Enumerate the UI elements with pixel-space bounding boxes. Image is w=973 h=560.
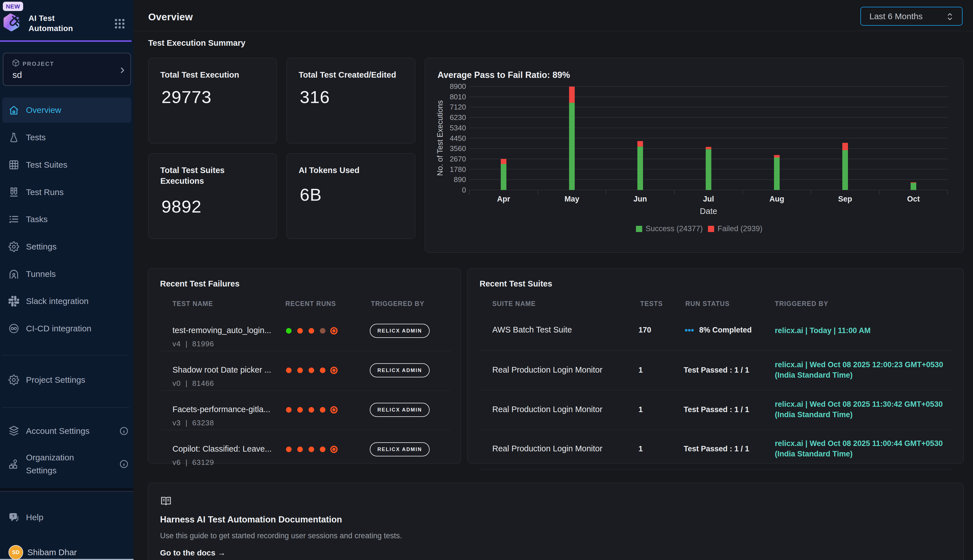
- svg-text:5340: 5340: [450, 123, 466, 132]
- svg-text:Average Pass to Fail Ratio: 89: Average Pass to Fail Ratio: 89%: [438, 70, 570, 80]
- svg-text:7120: 7120: [450, 103, 466, 111]
- svg-text:Sep: Sep: [838, 195, 852, 203]
- svg-text:Apr: Apr: [497, 195, 510, 203]
- svg-text:0: 0: [462, 186, 466, 194]
- svg-text:3560: 3560: [450, 144, 466, 153]
- svg-text:8010: 8010: [450, 93, 466, 101]
- svg-text:4450: 4450: [450, 134, 466, 143]
- svg-text:Jul: Jul: [703, 195, 714, 203]
- svg-text:1780: 1780: [450, 165, 466, 173]
- svg-text:Oct: Oct: [907, 195, 920, 203]
- svg-text:?: ?: [12, 514, 15, 518]
- svg-text:Failed (2939): Failed (2939): [718, 224, 762, 233]
- svg-text:890: 890: [454, 175, 466, 184]
- svg-text:8900: 8900: [450, 82, 466, 91]
- svg-text:Success (24377): Success (24377): [646, 224, 703, 233]
- svg-text:2670: 2670: [450, 155, 466, 163]
- svg-text:No. of Test Executions: No. of Test Executions: [436, 100, 444, 176]
- svg-text:Date: Date: [700, 207, 717, 216]
- svg-text:Aug: Aug: [770, 195, 784, 203]
- svg-text:May: May: [565, 195, 580, 203]
- svg-text:6230: 6230: [450, 113, 466, 122]
- svg-text:Jun: Jun: [633, 195, 647, 203]
